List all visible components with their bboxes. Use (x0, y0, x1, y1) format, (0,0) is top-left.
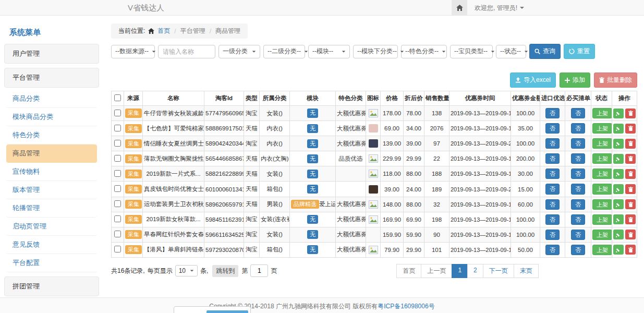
row-checkbox[interactable] (114, 170, 121, 177)
import-select-toggle[interactable]: 否 (545, 108, 560, 118)
row-checkbox[interactable] (114, 185, 121, 192)
edit-button[interactable] (613, 109, 624, 118)
must-buy-toggle[interactable]: 否 (571, 168, 585, 179)
sidebar-group-2[interactable]: 拼团管理 (4, 276, 99, 296)
per-page-select[interactable]: 10 (175, 265, 198, 276)
row-checkbox[interactable] (114, 246, 121, 252)
delete-button[interactable] (625, 199, 636, 209)
row-checkbox[interactable] (114, 200, 121, 207)
edit-button[interactable] (613, 199, 624, 209)
edit-button[interactable] (613, 230, 624, 239)
import-select-toggle[interactable]: 否 (545, 184, 560, 194)
delete-button[interactable] (625, 109, 636, 118)
status-button[interactable]: 上架 (592, 230, 612, 240)
edit-button[interactable] (613, 169, 624, 179)
must-buy-toggle[interactable]: 否 (571, 245, 585, 255)
import-select-toggle[interactable]: 否 (545, 168, 560, 179)
import-excel-button[interactable]: 导入excel (510, 73, 556, 88)
delete-button[interactable] (625, 184, 636, 194)
pager-button-下一页[interactable]: 下一页 (483, 264, 514, 278)
import-select-toggle[interactable]: 否 (545, 138, 560, 149)
status-button[interactable]: 上架 (592, 138, 612, 149)
delete-button[interactable] (625, 154, 636, 164)
row-checkbox[interactable] (114, 140, 121, 147)
status-button[interactable]: 上架 (592, 199, 612, 210)
status-button[interactable]: 上架 (592, 214, 612, 225)
row-checkbox[interactable] (114, 155, 121, 162)
reset-button[interactable]: 重置 (564, 44, 595, 59)
search-button[interactable]: 查询 (529, 44, 561, 59)
delete-button[interactable] (625, 139, 636, 149)
pager-button-1[interactable]: 1 (452, 264, 468, 278)
filter-select-status[interactable]: --状态-- (496, 45, 526, 58)
must-buy-toggle[interactable]: 否 (571, 214, 585, 225)
status-button[interactable]: 上架 (592, 245, 612, 255)
sidebar-subitem-1-9[interactable]: 平台配置 (6, 254, 97, 272)
filter-select-primary-category[interactable]: 一级分类 (218, 45, 260, 58)
page-number-input[interactable] (250, 264, 268, 277)
filter-select-module[interactable]: --模块-- (308, 45, 350, 58)
home-button[interactable] (452, 0, 467, 16)
must-buy-toggle[interactable]: 否 (571, 230, 585, 240)
status-button[interactable]: 上架 (592, 123, 612, 134)
filter-select-feature-category[interactable]: --特色分类-- (401, 45, 447, 58)
status-button[interactable]: 上架 (592, 153, 612, 164)
status-button[interactable]: 上架 (592, 184, 612, 194)
add-button[interactable]: 添加 (560, 73, 590, 88)
edit-button[interactable] (613, 139, 624, 149)
status-button[interactable]: 上架 (592, 108, 612, 118)
sidebar-subitem-1-5[interactable]: 版本管理 (6, 181, 97, 199)
delete-button[interactable] (625, 245, 636, 255)
row-checkbox[interactable] (114, 110, 121, 116)
import-select-toggle[interactable]: 否 (545, 199, 560, 210)
delete-button[interactable] (625, 169, 636, 179)
filter-select-data-source[interactable]: --数据来源-- (111, 45, 155, 58)
sidebar-group-1[interactable]: 平台管理 (4, 68, 99, 88)
jump-to-button[interactable]: 跳转到 (212, 265, 238, 277)
sidebar-subitem-1-4[interactable]: 宣传物料 (6, 163, 97, 181)
sidebar-subitem-1-1[interactable]: 模块商品分类 (6, 108, 97, 126)
sidebar-subitem-1-3[interactable]: 商品管理 (6, 145, 97, 163)
row-checkbox[interactable] (114, 125, 121, 131)
import-select-toggle[interactable]: 否 (545, 153, 560, 164)
filter-select-module-subcategory[interactable]: --模块下分类-- (353, 45, 398, 58)
must-buy-toggle[interactable]: 否 (571, 108, 585, 118)
sidebar-subitem-1-6[interactable]: 轮播管理 (6, 199, 97, 218)
must-buy-toggle[interactable]: 否 (571, 153, 585, 164)
must-buy-toggle[interactable]: 否 (571, 184, 585, 194)
sidebar-subitem-1-0[interactable]: 商品分类 (6, 90, 97, 108)
sidebar-group-0[interactable]: 用户管理 (4, 44, 99, 64)
select-all-checkbox[interactable] (114, 94, 121, 101)
sidebar-subitem-1-7[interactable]: 启动页管理 (6, 218, 97, 236)
pager-button-上一页[interactable]: 上一页 (421, 264, 452, 278)
user-menu[interactable]: 欢迎您, 管理员! (467, 0, 531, 16)
pager-button-末页[interactable]: 末页 (514, 264, 539, 278)
edit-button[interactable] (613, 124, 624, 134)
delete-button[interactable] (625, 124, 636, 134)
edit-button[interactable] (613, 245, 624, 255)
name-search-input[interactable] (158, 45, 215, 58)
breadcrumb-home-link[interactable]: 首页 (157, 27, 170, 35)
row-checkbox[interactable] (114, 215, 121, 222)
delete-button[interactable] (625, 230, 636, 239)
import-select-toggle[interactable]: 否 (545, 123, 560, 134)
filter-select-secondary-category[interactable]: --二级分类-- (263, 45, 305, 58)
must-buy-toggle[interactable]: 否 (571, 123, 585, 134)
batch-delete-button[interactable]: 批量删除 (594, 73, 637, 88)
must-buy-toggle[interactable]: 否 (571, 138, 585, 149)
sidebar-subitem-1-8[interactable]: 意见反馈 (6, 236, 97, 254)
row-checkbox[interactable] (114, 231, 121, 237)
pager-button-首页[interactable]: 首页 (396, 264, 421, 278)
filter-select-item-type[interactable]: --宝贝类型-- (450, 45, 493, 58)
status-button[interactable]: 上架 (592, 168, 612, 179)
import-select-toggle[interactable]: 否 (545, 214, 560, 225)
delete-button[interactable] (625, 214, 636, 224)
icp-link[interactable]: 粤ICP备16098006号 (378, 303, 434, 310)
edit-button[interactable] (613, 154, 624, 164)
sidebar-subitem-1-2[interactable]: 特色分类 (6, 126, 97, 145)
edit-button[interactable] (613, 184, 624, 194)
import-select-toggle[interactable]: 否 (545, 245, 560, 255)
import-select-toggle[interactable]: 否 (545, 230, 560, 240)
must-buy-toggle[interactable]: 否 (571, 199, 585, 210)
edit-button[interactable] (613, 214, 624, 224)
